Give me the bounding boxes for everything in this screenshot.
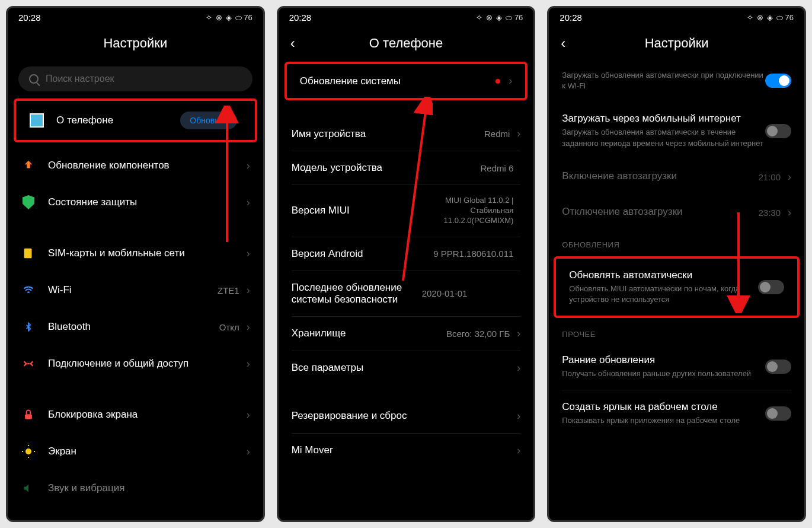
- phone-icon: [29, 113, 44, 128]
- status-time: 20:28: [560, 12, 582, 23]
- row-label: Резервирование и сброс: [292, 410, 517, 422]
- notification-dot-icon: [495, 79, 500, 84]
- arrow-up-icon: [21, 158, 36, 173]
- chevron-right-icon: ›: [247, 160, 250, 172]
- status-bar: 20:28 ✧ ⊗ ◈ ⬭ 76: [8, 8, 263, 27]
- row-security-status[interactable]: Состояние защиты ›: [8, 184, 263, 221]
- row-label: Последнее обновление системы безопасност…: [292, 282, 422, 306]
- wifi-icon: ◈: [767, 13, 773, 22]
- search-icon: [29, 74, 39, 84]
- vibrate-icon: ✧: [747, 13, 753, 22]
- chevron-right-icon: ›: [247, 196, 250, 209]
- row-display[interactable]: Экран ›: [8, 433, 263, 470]
- row-device-model[interactable]: Модель устройства Redmi 6: [279, 151, 534, 185]
- lock-icon: [21, 407, 36, 422]
- row-label: Состояние защиты: [48, 196, 247, 208]
- bluetooth-icon: [21, 319, 36, 335]
- row-sub: Получать обновления раньше других пользо…: [562, 368, 765, 379]
- wifi-icon: [21, 282, 36, 298]
- row-label: Версия Android: [292, 248, 434, 260]
- vibrate-icon: ✧: [476, 13, 482, 22]
- row-label: Обновление системы: [300, 75, 496, 87]
- row-sub: Показывать ярлык приложения на рабочем с…: [562, 415, 765, 426]
- row-sub: Загружать обновления автоматически при п…: [562, 70, 765, 91]
- phone-screen-about: 20:28 ✧ ⊗ ◈ ⬭ 76 ‹ О телефоне Обновление…: [277, 6, 536, 522]
- vibrate-icon: ✧: [206, 13, 212, 22]
- row-mobile-download[interactable]: Загружать через мобильный интернет Загру…: [549, 102, 804, 159]
- svg-rect-0: [24, 249, 32, 259]
- toggle-switch[interactable]: [765, 124, 791, 138]
- phone-screen-settings: 20:28 ✧ ⊗ ◈ ⬭ 76 Настройки Поиск настрое…: [6, 6, 265, 522]
- row-title: Ранние обновления: [562, 354, 765, 366]
- chevron-right-icon: ›: [517, 128, 520, 140]
- shield-icon: [21, 195, 36, 210]
- row-value: Всего: 32,00 ГБ: [446, 329, 510, 339]
- sim-icon: [21, 246, 36, 261]
- row-sound-vibration[interactable]: Звук и вибрация: [8, 470, 263, 507]
- wifi-icon: ◈: [226, 13, 232, 22]
- row-early-updates[interactable]: Ранние обновления Получать обновления ра…: [549, 343, 804, 390]
- row-label: Экран: [48, 446, 247, 457]
- row-connection-sharing[interactable]: Подключение и общий доступ ›: [8, 345, 263, 382]
- status-bar: 20:28 ✧ ⊗ ◈ ⬭ 76: [549, 8, 804, 27]
- chevron-right-icon: ›: [247, 321, 250, 333]
- toggle-switch[interactable]: [765, 74, 791, 88]
- chevron-right-icon: ›: [247, 446, 250, 458]
- row-label: Wi-Fi: [48, 284, 218, 296]
- row-sim-networks[interactable]: SIM-карты и мобильные сети ›: [8, 235, 263, 272]
- chevron-right-icon: ›: [247, 247, 250, 260]
- toggle-switch[interactable]: [765, 406, 791, 421]
- row-components-update[interactable]: Обновление компонентов ›: [8, 147, 263, 184]
- chevron-right-icon: ›: [788, 206, 791, 219]
- row-autodownload-off[interactable]: Отключение автозагрузки 23:30 ›: [549, 195, 804, 231]
- chevron-right-icon: ›: [509, 75, 512, 87]
- back-button[interactable]: ‹: [561, 35, 565, 52]
- battery-icon: ⬭ 76: [235, 13, 252, 23]
- row-desktop-shortcut[interactable]: Создать ярлык на рабочем столе Показыват…: [549, 390, 804, 437]
- search-input[interactable]: Поиск настроек: [18, 66, 252, 91]
- status-icons: ✧ ⊗ ◈ ⬭ 76: [747, 13, 794, 23]
- row-miui-version[interactable]: Версия MIUI MIUI Global 11.0.2 | Стабиль…: [279, 185, 534, 237]
- chevron-right-icon: ›: [517, 410, 520, 422]
- row-storage[interactable]: Хранилище Всего: 32,00 ГБ ›: [279, 317, 534, 351]
- toggle-switch[interactable]: [765, 360, 791, 374]
- row-wifi[interactable]: Wi-Fi ZTE1 ›: [8, 272, 263, 308]
- row-value: ZTE1: [218, 285, 239, 295]
- row-title: Обновлять автоматически: [569, 269, 758, 281]
- status-icons: ✧ ⊗ ◈ ⬭ 76: [206, 13, 252, 23]
- section-header-other: ПРОЧЕЕ: [549, 320, 804, 343]
- row-device-name[interactable]: Имя устройства Redmi ›: [279, 117, 534, 151]
- signal-icon: ⊗: [216, 13, 222, 22]
- row-value: 9 PPR1.180610.011: [433, 249, 513, 259]
- row-value: 23:30: [758, 208, 781, 218]
- row-label: Звук и вибрация: [48, 482, 250, 494]
- row-label: Хранилище: [292, 327, 446, 339]
- row-label: Подключение и общий доступ: [48, 358, 247, 370]
- row-all-specs[interactable]: Все параметры ›: [279, 351, 534, 385]
- svg-point-2: [25, 449, 31, 454]
- update-button[interactable]: Обновить: [180, 112, 236, 129]
- row-about-phone[interactable]: О телефоне Обновить: [16, 101, 255, 140]
- row-android-version[interactable]: Версия Android 9 PPR1.180610.011: [279, 237, 534, 271]
- search-placeholder: Поиск настроек: [46, 74, 114, 84]
- row-security-patch[interactable]: Последнее обновление системы безопасност…: [279, 271, 534, 316]
- sound-icon: [21, 481, 36, 496]
- row-auto-update[interactable]: Обновлять автоматически Обновлять MIUI а…: [556, 259, 797, 316]
- back-button[interactable]: ‹: [290, 35, 295, 52]
- status-time: 20:28: [18, 12, 41, 23]
- row-wifi-autodownload[interactable]: Загружать обновления автоматически при п…: [549, 59, 804, 102]
- row-sub: Загружать обновления автоматически в теч…: [562, 127, 765, 148]
- row-bluetooth[interactable]: Bluetooth Откл ›: [8, 308, 263, 345]
- toggle-switch[interactable]: [758, 280, 784, 294]
- row-system-update[interactable]: Обновление системы ›: [287, 64, 526, 98]
- row-autodownload-on[interactable]: Включение автозагрузки 21:00 ›: [549, 160, 804, 195]
- row-label: Bluetooth: [48, 321, 219, 333]
- row-lock-screen[interactable]: Блокировка экрана ›: [8, 396, 263, 433]
- row-value: MIUI Global 11.0.2 | Стабильная 11.0.2.0…: [407, 196, 513, 226]
- row-sub: Обновлять MIUI автоматически по ночам, к…: [569, 284, 758, 305]
- chevron-right-icon: ›: [517, 444, 520, 457]
- status-time: 20:28: [289, 12, 312, 23]
- row-backup-reset[interactable]: Резервирование и сброс ›: [279, 399, 534, 433]
- row-mi-mover[interactable]: Mi Mover ›: [279, 434, 534, 467]
- status-icons: ✧ ⊗ ◈ ⬭ 76: [476, 13, 523, 23]
